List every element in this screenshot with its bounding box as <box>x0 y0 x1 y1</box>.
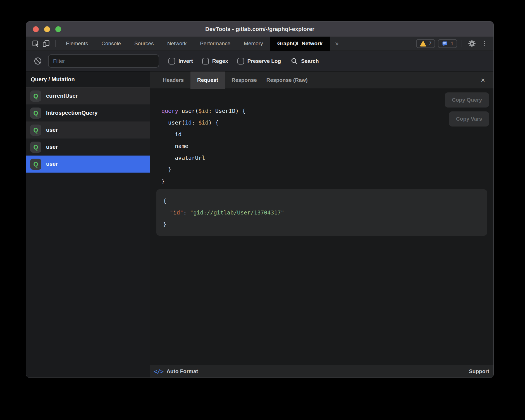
tab-headers[interactable]: Headers <box>158 71 188 89</box>
tab-elements[interactable]: Elements <box>59 37 95 51</box>
code-line: query user($id: UserID) { <box>161 105 493 117</box>
copy-vars-button[interactable]: Copy Vars <box>449 111 489 127</box>
code-token: name <box>161 143 188 149</box>
code-token: user( <box>161 119 185 126</box>
code-line: user(id: $id) { <box>161 117 493 128</box>
titlebar: DevTools - gitlab.com/-/graphql-explorer <box>26 22 493 37</box>
tab-network[interactable]: Network <box>161 37 194 51</box>
sidebar-item-introspectionquery[interactable]: Q IntrospectionQuery <box>26 104 150 121</box>
tab-console[interactable]: Console <box>95 37 128 51</box>
code-token: id <box>161 131 182 138</box>
tab-request[interactable]: Request <box>190 71 225 89</box>
sidebar-header: Query / Mutation <box>26 71 150 87</box>
code-token: "gid://gitlab/User/13704317" <box>190 209 284 216</box>
gear-icon <box>468 39 476 48</box>
variables-box: { "id": "gid://gitlab/User/13704317" } <box>156 189 487 236</box>
warnings-badge[interactable]: 7 <box>416 39 435 48</box>
message-count: 1 <box>450 40 454 47</box>
support-link[interactable]: Support <box>469 368 489 374</box>
sidebar: Query / Mutation Q currentUser Q Introsp… <box>26 71 150 378</box>
code-token: user( <box>178 108 198 114</box>
query-type-badge: Q <box>30 90 41 102</box>
preserve-log-label: Preserve Log <box>247 58 281 64</box>
regex-label: Regex <box>212 58 228 64</box>
code-token: $id <box>198 108 208 114</box>
sidebar-item-user-2[interactable]: Q user <box>26 139 150 156</box>
devtools-window: DevTools - gitlab.com/-/graphql-explorer… <box>26 21 494 378</box>
code-token: } <box>161 178 165 185</box>
preserve-log-checkbox-box[interactable] <box>237 58 244 65</box>
sidebar-item-label: user <box>46 144 58 150</box>
chat-bubble-icon <box>442 40 448 47</box>
tab-memory[interactable]: Memory <box>237 37 270 51</box>
code-line: } <box>161 175 493 187</box>
checkbox-regex[interactable]: Regex <box>202 58 228 65</box>
tab-sources[interactable]: Sources <box>128 37 161 51</box>
request-panel: Headers Request Response Response (Raw) … <box>150 71 493 378</box>
block-icon <box>34 57 42 65</box>
query-type-badge: Q <box>30 142 41 153</box>
device-toolbar-icon <box>42 39 50 48</box>
close-panel-button[interactable]: × <box>479 75 487 85</box>
checkbox-invert[interactable]: Invert <box>168 58 193 65</box>
filter-input[interactable] <box>48 54 159 68</box>
toolbar-right-cluster: 7 1 <box>416 38 493 49</box>
code-token: } <box>161 166 171 173</box>
search-label: Search <box>301 58 319 64</box>
tab-performance[interactable]: Performance <box>193 37 237 51</box>
code-token: $id <box>198 119 208 126</box>
zoom-window-button[interactable] <box>55 26 61 32</box>
window-title: DevTools - gitlab.com/-/graphql-explorer <box>205 26 314 32</box>
code-token: : <box>183 209 190 216</box>
auto-format-button[interactable]: Auto Format <box>166 368 198 374</box>
code-token: id <box>185 119 192 126</box>
code-token: ) { <box>209 119 219 126</box>
code-line: { <box>163 195 480 207</box>
code-token: "id" <box>170 209 183 216</box>
sidebar-item-currentuser[interactable]: Q currentUser <box>26 87 150 104</box>
device-toolbar-button[interactable] <box>41 38 51 49</box>
code-line: "id": "gid://gitlab/User/13704317" <box>163 207 480 218</box>
close-window-button[interactable] <box>33 26 39 32</box>
sidebar-item-label: user <box>46 127 58 133</box>
code-line: } <box>161 164 493 175</box>
main-toolbar: Elements Console Sources Network Perform… <box>26 37 493 51</box>
more-tabs-chevron-icon[interactable]: » <box>330 40 344 47</box>
query-type-badge: Q <box>30 125 41 136</box>
warning-triangle-icon <box>420 40 426 47</box>
inspect-element-button[interactable] <box>30 38 41 49</box>
messages-badge[interactable]: 1 <box>438 39 457 48</box>
main-area: Query / Mutation Q currentUser Q Introsp… <box>26 71 493 378</box>
traffic-lights <box>33 22 61 37</box>
settings-button[interactable] <box>467 38 477 49</box>
panel-footer: </> Auto Format Support <box>150 365 493 378</box>
code-token: } <box>163 221 166 228</box>
graphql-query-code: query user($id: UserID) { user(id: $id) … <box>161 105 493 187</box>
sidebar-item-user-1[interactable]: Q user <box>26 121 150 139</box>
kebab-icon <box>484 45 485 47</box>
clear-filter-button[interactable] <box>32 56 43 66</box>
copy-query-button[interactable]: Copy Query <box>445 92 489 108</box>
code-token: { <box>163 197 166 204</box>
minimize-window-button[interactable] <box>44 26 50 32</box>
checkbox-preserve-log[interactable]: Preserve Log <box>237 58 281 65</box>
sidebar-item-label: user <box>46 161 58 167</box>
detail-tabs: Headers Request Response Response (Raw) … <box>150 71 493 89</box>
code-line: name <box>161 140 493 152</box>
sidebar-item-label: currentUser <box>46 93 78 99</box>
invert-checkbox-box[interactable] <box>168 58 175 65</box>
code-token <box>163 209 170 216</box>
inspect-cursor-icon <box>31 39 40 48</box>
search-control[interactable]: Search <box>290 57 319 65</box>
tab-response-raw[interactable]: Response (Raw) <box>262 71 312 89</box>
tab-graphql-network[interactable]: GraphQL Network <box>270 37 330 51</box>
regex-checkbox-box[interactable] <box>202 58 209 65</box>
code-brackets-icon: </> <box>154 368 164 375</box>
code-line: id <box>161 128 493 140</box>
warning-count: 7 <box>429 40 432 47</box>
invert-label: Invert <box>178 58 193 64</box>
sidebar-item-user-selected[interactable]: Q user <box>26 156 150 173</box>
code-token: query <box>161 108 178 114</box>
tab-response[interactable]: Response <box>227 71 262 89</box>
kebab-menu-button[interactable] <box>480 39 488 48</box>
